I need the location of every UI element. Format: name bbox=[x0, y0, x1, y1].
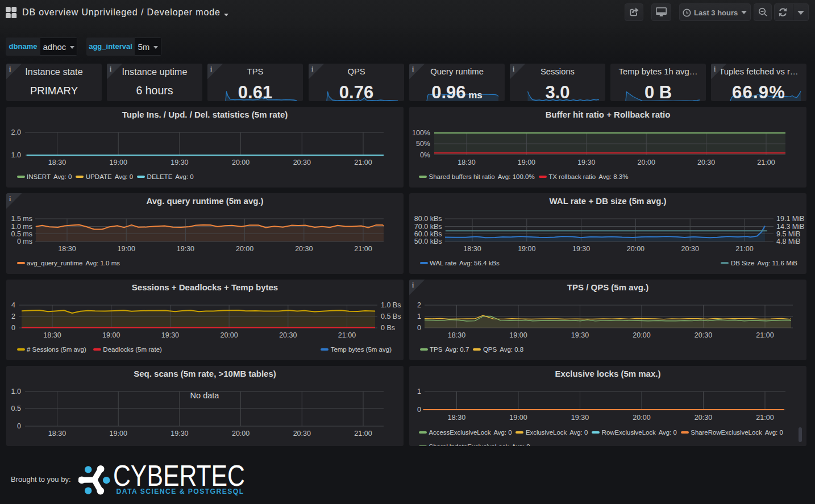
svg-text:1.0: 1.0 bbox=[11, 151, 21, 159]
svg-text:19.1 MiB: 19.1 MiB bbox=[776, 215, 804, 223]
svg-text:20:00: 20:00 bbox=[232, 430, 250, 438]
svg-text:19:30: 19:30 bbox=[171, 430, 188, 438]
svg-text:1: 1 bbox=[417, 388, 421, 395]
svg-text:0 Bs: 0 Bs bbox=[381, 324, 395, 332]
svg-text:20:30: 20:30 bbox=[695, 331, 712, 339]
svg-text:20:00: 20:00 bbox=[220, 331, 238, 339]
svg-text:18:30: 18:30 bbox=[458, 159, 475, 166]
svg-text:100%: 100% bbox=[412, 129, 430, 137]
svg-text:19:30: 19:30 bbox=[577, 159, 595, 166]
svg-text:18:30: 18:30 bbox=[448, 414, 465, 422]
svg-text:0.5 ms: 0.5 ms bbox=[11, 230, 32, 238]
svg-text:21:00: 21:00 bbox=[756, 331, 774, 339]
svg-text:80.0 kBs: 80.0 kBs bbox=[414, 215, 442, 223]
svg-text:9.5 MiB: 9.5 MiB bbox=[776, 230, 800, 238]
svg-text:4: 4 bbox=[11, 301, 15, 309]
svg-text:20:00: 20:00 bbox=[232, 159, 250, 166]
svg-text:19:30: 19:30 bbox=[571, 414, 589, 422]
svg-text:0: 0 bbox=[417, 324, 421, 332]
svg-text:18:30: 18:30 bbox=[448, 331, 465, 339]
svg-text:0 ms: 0 ms bbox=[17, 238, 32, 245]
svg-text:2: 2 bbox=[417, 301, 421, 309]
svg-text:19:30: 19:30 bbox=[572, 245, 590, 253]
svg-text:4.8 MiB: 4.8 MiB bbox=[776, 238, 800, 245]
svg-text:19:00: 19:00 bbox=[118, 245, 135, 253]
svg-text:21:00: 21:00 bbox=[354, 245, 372, 253]
svg-text:19:00: 19:00 bbox=[518, 245, 535, 253]
svg-text:20:00: 20:00 bbox=[633, 331, 650, 339]
svg-text:20:00: 20:00 bbox=[236, 245, 253, 253]
svg-text:50%: 50% bbox=[416, 140, 430, 148]
svg-text:18:30: 18:30 bbox=[58, 245, 76, 253]
svg-text:21:00: 21:00 bbox=[338, 331, 356, 339]
svg-text:0%: 0% bbox=[420, 151, 430, 159]
svg-text:19:00: 19:00 bbox=[509, 414, 527, 422]
svg-text:1.0: 1.0 bbox=[11, 388, 21, 395]
svg-text:18:30: 18:30 bbox=[43, 331, 61, 339]
svg-text:20:30: 20:30 bbox=[697, 159, 715, 166]
svg-text:0: 0 bbox=[417, 406, 421, 414]
svg-text:20:30: 20:30 bbox=[695, 414, 712, 422]
svg-text:14.3 MiB: 14.3 MiB bbox=[776, 223, 804, 231]
svg-text:18:30: 18:30 bbox=[48, 430, 66, 438]
svg-text:21:00: 21:00 bbox=[354, 430, 372, 438]
svg-text:19:30: 19:30 bbox=[171, 159, 188, 166]
svg-text:1.5 ms: 1.5 ms bbox=[11, 215, 32, 223]
svg-text:1.0 ms: 1.0 ms bbox=[11, 223, 32, 231]
svg-text:19:30: 19:30 bbox=[161, 331, 179, 339]
svg-text:21:00: 21:00 bbox=[756, 414, 774, 422]
svg-text:20:00: 20:00 bbox=[638, 159, 655, 166]
svg-text:21:00: 21:00 bbox=[757, 159, 775, 166]
svg-text:20:30: 20:30 bbox=[279, 331, 297, 339]
svg-text:20:30: 20:30 bbox=[295, 245, 313, 253]
svg-text:20:00: 20:00 bbox=[627, 245, 644, 253]
svg-text:21:00: 21:00 bbox=[735, 245, 753, 253]
svg-text:19:00: 19:00 bbox=[509, 331, 527, 339]
svg-text:70.0 kBs: 70.0 kBs bbox=[414, 223, 442, 231]
svg-text:19:30: 19:30 bbox=[177, 245, 194, 253]
svg-text:20:30: 20:30 bbox=[681, 245, 699, 253]
svg-text:18:30: 18:30 bbox=[463, 245, 481, 253]
svg-text:0.5 Bs: 0.5 Bs bbox=[381, 313, 401, 320]
svg-text:19:00: 19:00 bbox=[518, 159, 535, 166]
svg-text:1.0 Bs: 1.0 Bs bbox=[381, 301, 401, 309]
svg-text:19:00: 19:00 bbox=[110, 430, 127, 438]
svg-text:18:30: 18:30 bbox=[48, 159, 66, 166]
svg-text:DATA SCIENCE & POSTGRESQL: DATA SCIENCE & POSTGRESQL bbox=[117, 487, 244, 495]
svg-text:0: 0 bbox=[11, 324, 15, 332]
svg-text:19:00: 19:00 bbox=[110, 159, 127, 166]
svg-text:20:30: 20:30 bbox=[293, 159, 311, 166]
svg-text:0.5: 0.5 bbox=[11, 405, 21, 413]
svg-text:2.0: 2.0 bbox=[11, 128, 21, 136]
svg-text:19:30: 19:30 bbox=[571, 331, 589, 339]
svg-text:60.0 kBs: 60.0 kBs bbox=[414, 230, 442, 238]
svg-text:1: 1 bbox=[417, 313, 421, 320]
svg-text:21:00: 21:00 bbox=[354, 159, 372, 166]
svg-text:No data: No data bbox=[190, 391, 220, 400]
svg-text:19:00: 19:00 bbox=[102, 331, 120, 339]
svg-text:0: 0 bbox=[17, 422, 21, 430]
svg-text:20:30: 20:30 bbox=[293, 430, 311, 438]
svg-text:20:00: 20:00 bbox=[633, 414, 650, 422]
svg-text:50.0 kBs: 50.0 kBs bbox=[414, 238, 442, 245]
svg-text:2: 2 bbox=[11, 313, 15, 320]
